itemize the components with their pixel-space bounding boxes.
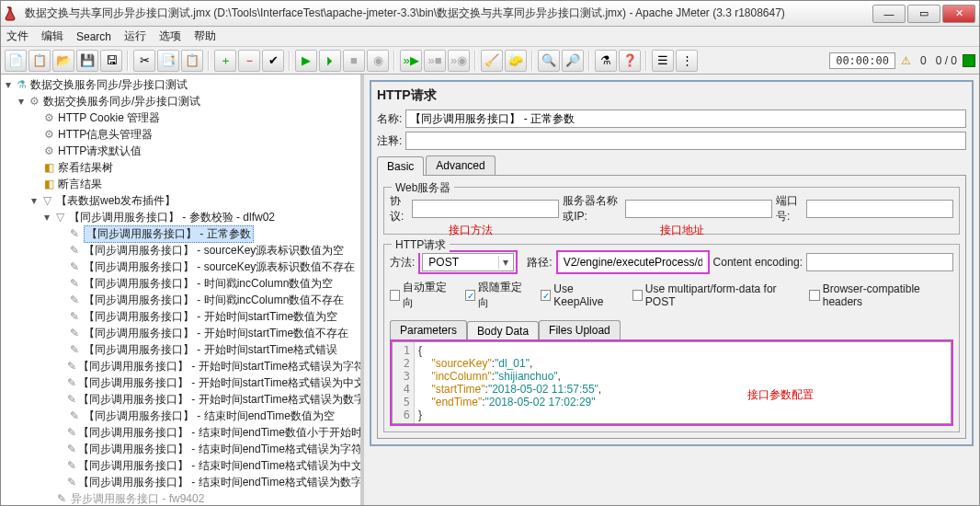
menu-run[interactable]: 运行 — [124, 29, 146, 44]
tb-paste[interactable]: 📋 — [181, 50, 203, 72]
tb-cut[interactable]: ✂ — [133, 50, 155, 72]
sampler-icon: ✎ — [67, 376, 76, 389]
minimize-button[interactable]: — — [872, 5, 906, 23]
tree-item[interactable]: 【同步调用服务接口】 - 结束时间endTime格式错误为数字 — [78, 475, 362, 490]
method-dropdown[interactable]: POST▾ — [422, 253, 514, 271]
tree-web-plugin[interactable]: 【表数据web发布插件】 — [56, 193, 176, 209]
tab-advanced[interactable]: Advanced — [426, 155, 495, 175]
tree-item[interactable]: 【同步调用服务接口】 - 结束时间endTime格式错误为中文 — [78, 458, 362, 474]
sampler-icon: ✎ — [67, 459, 76, 472]
config-icon: ⚙ — [41, 144, 56, 157]
tree-header-mgr[interactable]: HTTP信息头管理器 — [58, 127, 153, 143]
tb-remote-stop[interactable]: »■ — [424, 50, 446, 72]
sampler-icon: ✎ — [67, 426, 76, 439]
tree-item[interactable]: 【同步调用服务接口】 - 开始时间startTime格式错误为数字 — [78, 392, 364, 408]
code-area[interactable]: { "sourceKey":"dl_01", "incColumn":"shij… — [415, 342, 951, 423]
chk-follow-redirect[interactable]: 跟随重定向 — [465, 280, 530, 311]
name-label: 名称: — [377, 111, 402, 127]
tb-clear[interactable]: 🧹 — [481, 50, 503, 72]
close-button[interactable]: ✕ — [942, 5, 975, 23]
tree-sync-if[interactable]: 【同步调用服务接口】 - 参数校验 - dlfw02 — [69, 210, 275, 225]
tb-find[interactable]: 🔍 — [538, 50, 560, 72]
tree-item[interactable]: 【同步调用服务接口】 - 时间戳incColumn数值为空 — [84, 276, 333, 292]
tab-basic[interactable]: Basic — [377, 156, 424, 176]
tb-save[interactable]: 💾 — [76, 50, 98, 72]
tb-stop[interactable]: ■ — [343, 50, 365, 72]
subtab-body-data[interactable]: Body Data — [467, 321, 539, 341]
tree-item[interactable]: 【同步调用服务接口】 - 结束时间endTime数值为空 — [84, 408, 335, 424]
name-input[interactable] — [405, 109, 966, 128]
menu-file[interactable]: 文件 — [6, 29, 28, 44]
tree-item[interactable]: 【同步调用服务接口】 - sourceKey源表标识数值不存在 — [84, 259, 355, 275]
tb-toggle[interactable]: ✔ — [262, 50, 284, 72]
toggle-icon[interactable]: ▾ — [3, 78, 14, 91]
tb-open[interactable]: 📂 — [52, 50, 74, 72]
toggle-icon[interactable]: ▾ — [16, 95, 27, 108]
encoding-input[interactable] — [806, 253, 953, 271]
port-input[interactable] — [806, 200, 953, 218]
path-input[interactable] — [560, 253, 706, 271]
tb-collapse[interactable]: － — [238, 50, 260, 72]
tree-item[interactable]: 【同步调用服务接口】 - sourceKey源表标识数值为空 — [84, 243, 344, 259]
tb-shutdown[interactable]: ◉ — [367, 50, 389, 72]
tree-item[interactable]: 【同步调用服务接口】 - 结束时间endTime格式错误为字符串 — [78, 442, 364, 457]
tb-reset-find[interactable]: 🔎 — [562, 50, 584, 72]
protocol-input[interactable] — [412, 200, 559, 218]
tree-cookie[interactable]: HTTP Cookie 管理器 — [58, 110, 160, 126]
subtab-files-upload[interactable]: Files Upload — [539, 320, 621, 340]
tb-new[interactable]: 📄 — [5, 50, 27, 72]
tb-start[interactable]: ▶ — [295, 50, 317, 72]
tree-item-disabled[interactable]: 异步调用服务接口 - fw9402 — [71, 491, 204, 506]
tb-templates[interactable]: 📋 — [28, 50, 51, 72]
body-data-editor[interactable]: 123456 { "sourceKey":"dl_01", "incColumn… — [392, 341, 952, 424]
comment-label: 注释: — [377, 133, 402, 149]
tb-copy[interactable]: 📑 — [157, 50, 179, 72]
server-input[interactable] — [625, 200, 772, 218]
tree-item[interactable]: 【同步调用服务接口】 - 开始时间startTime格式错误为中文 — [78, 375, 364, 391]
tree-item[interactable]: 【同步调用服务接口】 - 开始时间startTime格式错误 — [84, 342, 337, 358]
tree-selected[interactable]: 【同步调用服务接口】 - 正常参数 — [84, 225, 254, 243]
tb-remote-shutdown[interactable]: »◉ — [448, 50, 470, 72]
toggle-icon[interactable]: ▾ — [28, 194, 40, 207]
thread-ratio: 0 / 0 — [932, 54, 961, 67]
chk-browser-compat[interactable]: Browser-compatible headers — [809, 282, 953, 308]
tree-item[interactable]: 【同步调用服务接口】 - 结束时间endTime数值小于开始时间 — [78, 425, 364, 441]
tb-start-no-pause[interactable]: ⏵ — [319, 50, 341, 72]
menu-help[interactable]: 帮助 — [194, 29, 216, 44]
chk-auto-redirect[interactable]: 自动重定向 — [390, 280, 454, 311]
tree-pane[interactable]: ▾⚗数据交换服务同步/异步接口测试 ▾⚙数据交换服务同步/异步接口测试 ⚙HTT… — [1, 75, 364, 505]
tree-threadgroup[interactable]: 数据交换服务同步/异步接口测试 — [43, 94, 200, 109]
right-pane: HTTP请求 名称: 注释: Basic Advanced Web服务器 — [364, 75, 979, 505]
maximize-button[interactable]: ▭ — [907, 5, 940, 23]
toggle-icon[interactable]: ▾ — [41, 211, 52, 224]
menu-edit[interactable]: 编辑 — [41, 29, 63, 44]
tb-help[interactable]: ❓ — [619, 50, 641, 72]
tree-testplan[interactable]: 数据交换服务同步/异步接口测试 — [30, 77, 188, 93]
comment-input[interactable] — [405, 132, 966, 150]
tree-defaults[interactable]: HTTP请求默认值 — [58, 144, 142, 159]
protocol-label: 协议: — [390, 193, 408, 224]
tree-assertion[interactable]: 断言结果 — [58, 177, 102, 192]
annotation-method: 接口方法 — [449, 223, 493, 238]
tree-item[interactable]: 【同步调用服务接口】 - 开始时间startTime数值为空 — [84, 309, 337, 325]
tb-expand[interactable]: ＋ — [214, 50, 236, 72]
warn-icon: ⚠ — [901, 54, 911, 67]
tb-remote-start[interactable]: »▶ — [400, 50, 422, 72]
chk-keepalive[interactable]: Use KeepAlive — [541, 282, 621, 308]
method-value: POST — [425, 256, 498, 269]
tree-view-results[interactable]: 察看结果树 — [58, 160, 113, 176]
subtab-parameters[interactable]: Parameters — [390, 320, 467, 340]
sampler-icon: ✎ — [67, 293, 82, 306]
tb-save-as[interactable]: 🖫 — [100, 50, 122, 72]
tree-item[interactable]: 【同步调用服务接口】 - 时间戳incColumn数值不存在 — [84, 293, 344, 308]
tb-function[interactable]: ⚗ — [595, 50, 617, 72]
toolbar: 📄 📋 📂 💾 🖫 ✂ 📑 📋 ＋ － ✔ ▶ ⏵ ■ ◉ »▶ »■ »◉ 🧹… — [1, 47, 979, 75]
tree-item[interactable]: 【同步调用服务接口】 - 开始时间startTime数值不存在 — [84, 326, 348, 341]
tb-clear-all[interactable]: 🧽 — [505, 50, 527, 72]
tree-item[interactable]: 【同步调用服务接口】 - 开始时间startTime格式错误为字符串 — [78, 359, 364, 374]
menu-options[interactable]: 选项 — [159, 29, 181, 44]
tb-tree[interactable]: ⋮ — [676, 50, 698, 72]
menu-search[interactable]: Search — [76, 30, 111, 43]
tb-list[interactable]: ☰ — [652, 50, 674, 72]
chk-multipart[interactable]: Use multipart/form-data for POST — [632, 282, 799, 308]
